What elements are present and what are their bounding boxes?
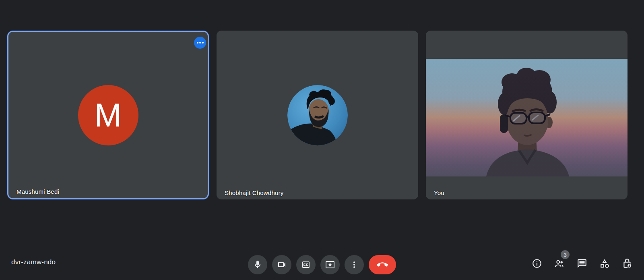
panel-controls: 3 xyxy=(532,258,632,269)
host-controls-icon xyxy=(622,258,632,269)
self-video-feed xyxy=(426,59,627,176)
more-options-button[interactable] xyxy=(345,255,364,274)
participant-name: Maushumi Bedi xyxy=(17,188,59,195)
show-everyone-button[interactable]: 3 xyxy=(554,258,565,269)
end-call-button[interactable] xyxy=(369,255,396,274)
participant-tile-shobhajit-chowdhury[interactable]: Shobhajit Chowdhury xyxy=(217,31,418,199)
mic-icon xyxy=(253,260,262,270)
captions-icon xyxy=(301,260,311,270)
end-call-icon xyxy=(377,259,388,270)
meeting-details-button[interactable] xyxy=(532,258,542,269)
info-icon xyxy=(532,258,542,269)
present-button[interactable] xyxy=(320,255,340,274)
google-meet-window: M Maushumi Bedi xyxy=(0,0,644,280)
participant-tile-you[interactable]: You xyxy=(426,31,627,199)
activities-button[interactable] xyxy=(599,258,610,269)
more-options-icon xyxy=(197,42,204,44)
camera-button[interactable] xyxy=(272,255,291,274)
chat-icon xyxy=(577,258,587,269)
meeting-code: dvr-zamw-ndo xyxy=(11,258,56,266)
host-controls-button[interactable] xyxy=(622,258,632,269)
tile-more-options-button[interactable] xyxy=(194,37,206,49)
more-vert-icon xyxy=(349,260,359,270)
call-controls xyxy=(248,255,396,274)
chat-button[interactable] xyxy=(577,258,587,269)
participant-name: You xyxy=(434,189,444,196)
videocam-icon xyxy=(277,260,287,270)
present-icon xyxy=(325,260,335,270)
participant-count-badge: 3 xyxy=(561,250,570,259)
avatar-photo xyxy=(287,85,348,145)
participant-tile-maushumi-bedi[interactable]: M Maushumi Bedi xyxy=(7,31,209,199)
people-icon xyxy=(554,258,565,269)
mic-button[interactable] xyxy=(248,255,267,274)
activities-icon xyxy=(599,258,610,269)
avatar: M xyxy=(78,85,138,145)
avatar-initial: M xyxy=(94,99,122,132)
participant-name: Shobhajit Chowdhury xyxy=(225,189,283,196)
captions-button[interactable] xyxy=(296,255,316,274)
